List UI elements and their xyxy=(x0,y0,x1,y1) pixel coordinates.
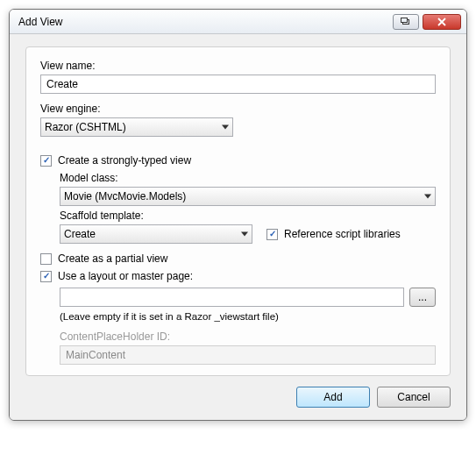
view-engine-row: View engine: Razor (CSHTML) xyxy=(40,103,436,137)
partial-checkbox[interactable] xyxy=(40,253,52,265)
use-layout-label: Use a layout or master page: xyxy=(58,270,193,282)
scaffold-template-value: Create xyxy=(64,228,96,240)
chevron-down-icon xyxy=(222,125,229,130)
ref-script-checkbox[interactable] xyxy=(266,229,278,240)
strongly-typed-checkbox[interactable] xyxy=(40,155,52,167)
scaffold-row: Create Reference script libraries xyxy=(60,224,436,244)
strongly-typed-label: Create a strongly-typed view xyxy=(58,154,191,167)
model-class-select[interactable]: Movie (MvcMovie.Models) xyxy=(60,187,436,206)
dialog-window: Add View View name: View engine: Razor (… xyxy=(9,9,467,421)
layout-section: ... (Leave empty if it is set in a Razor… xyxy=(40,288,436,365)
view-name-input[interactable] xyxy=(40,75,436,94)
ref-script-label: Reference script libraries xyxy=(284,228,401,240)
window-title: Add View xyxy=(18,16,393,28)
ref-script-row: Reference script libraries xyxy=(266,228,401,240)
strongly-typed-section: Model class: Movie (MvcMovie.Models) Sca… xyxy=(40,172,436,244)
view-engine-value: Razor (CSHTML) xyxy=(45,121,126,133)
titlebar-buttons xyxy=(393,14,461,30)
main-panel: View name: View engine: Razor (CSHTML) C… xyxy=(25,46,451,376)
layout-path-row: ... xyxy=(60,288,436,307)
view-engine-label: View engine: xyxy=(40,103,436,115)
strongly-typed-row: Create a strongly-typed view xyxy=(40,154,436,167)
partial-row: Create as a partial view xyxy=(40,252,436,265)
view-engine-select[interactable]: Razor (CSHTML) xyxy=(40,117,233,137)
model-class-value: Movie (MvcMovie.Models) xyxy=(64,190,186,202)
layout-path-input[interactable] xyxy=(60,288,404,307)
browse-button[interactable]: ... xyxy=(409,288,436,307)
close-button[interactable] xyxy=(423,14,461,30)
use-layout-checkbox[interactable] xyxy=(40,271,52,282)
chevron-down-icon xyxy=(241,232,248,237)
dialog-footer: Add Cancel xyxy=(25,376,451,408)
view-name-row: View name: xyxy=(40,60,436,94)
scaffold-template-select[interactable]: Create xyxy=(60,224,252,244)
cancel-button[interactable]: Cancel xyxy=(377,387,451,408)
add-button[interactable]: Add xyxy=(296,387,370,408)
dialog-content: View name: View engine: Razor (CSHTML) C… xyxy=(10,34,466,420)
cph-id-input xyxy=(60,345,436,365)
restore-button[interactable] xyxy=(393,14,419,30)
restore-icon xyxy=(401,18,411,26)
partial-label: Create as a partial view xyxy=(58,252,167,265)
scaffold-template-label: Scaffold template: xyxy=(60,210,436,222)
titlebar: Add View xyxy=(10,10,466,34)
layout-hint: (Leave empty if it is set in a Razor _vi… xyxy=(60,311,436,322)
model-class-label: Model class: xyxy=(60,172,436,184)
chevron-down-icon xyxy=(424,195,431,199)
cph-id-label: ContentPlaceHolder ID: xyxy=(60,330,436,343)
use-layout-row: Use a layout or master page: xyxy=(40,270,436,282)
svg-rect-1 xyxy=(401,18,408,22)
view-name-label: View name: xyxy=(40,60,436,72)
close-icon xyxy=(437,18,446,26)
